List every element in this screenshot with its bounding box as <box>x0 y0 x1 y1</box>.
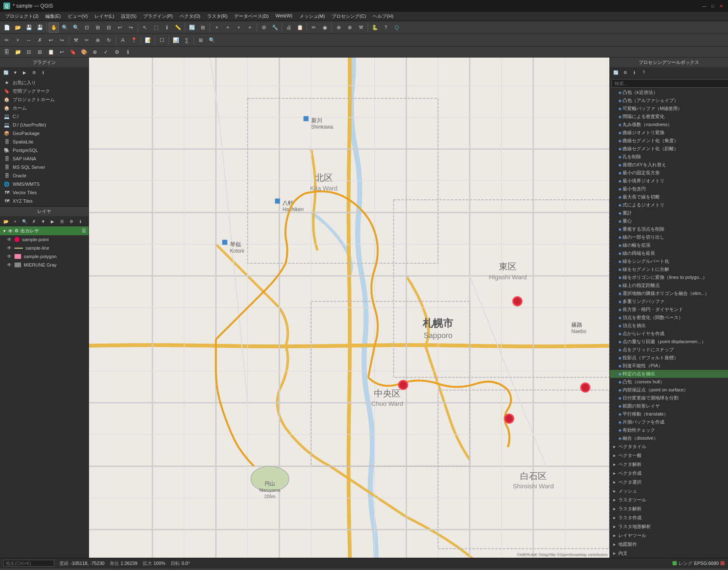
new-vector-btn[interactable]: + <box>212 22 222 33</box>
layer-filter-btn[interactable]: 🔍 <box>20 217 29 226</box>
merge-btn[interactable]: ⊕ <box>93 35 103 45</box>
menu-item-----v-[interactable]: ビュー(V) <box>64 12 91 20</box>
open-btn[interactable]: 📂 <box>13 22 23 33</box>
statusbar-search[interactable] <box>3 560 54 567</box>
data-source-btn[interactable]: 🗄 <box>2 47 12 57</box>
tool-item-------point-on-surface-[interactable]: ◈内部保証点（point on surface） <box>610 386 728 394</box>
plugin-item-sap-hana[interactable]: 🗄SAP HANA <box>0 154 89 163</box>
log-btn[interactable]: 📋 <box>46 47 56 57</box>
snap-btn[interactable]: ⊕ <box>334 22 344 33</box>
tool-item----------[interactable]: ◈重複する頂点を削除 <box>610 225 728 233</box>
plugin-item-xyz-tiles[interactable]: 🗺XYZ Tiles <box>0 197 89 205</box>
atlas-btn[interactable]: 📋 <box>295 22 305 33</box>
tool-item------[interactable]: ◈頂点を抽出 <box>610 322 728 330</box>
node-btn[interactable]: ◉ <box>320 22 330 33</box>
layer-item-sample-polygon[interactable]: 👁sample-polygon <box>0 252 89 261</box>
settings-btn[interactable]: 🔧 <box>270 22 280 33</box>
menu-item-----h-[interactable]: ヘルプ(H) <box>369 12 396 20</box>
menu-item--------d-[interactable]: データベース(D) <box>231 12 272 20</box>
layer-add-btn[interactable]: + <box>11 217 19 226</box>
tool-item-----------lines-to-polygo----[interactable]: ◈線をポリゴンに変換（lines to polygo...） <box>610 273 728 281</box>
tool-item----------[interactable]: ◈線の一部を切り出し <box>610 233 728 241</box>
move-btn[interactable]: ↔ <box>24 35 34 45</box>
new-project-btn[interactable]: 📄 <box>2 22 12 33</box>
style-btn[interactable]: 🎨 <box>79 47 89 57</box>
tool-item----convex-hull-[interactable]: ◈凸包（convex hull） <box>610 378 728 386</box>
menu-item-web-w-[interactable]: Web(W) <box>272 12 296 20</box>
zoom-out-btn[interactable]: 🔍 <box>71 22 81 33</box>
menu-item-------p-[interactable]: プラグイン(P) <box>140 12 176 20</box>
menu-item-----o-[interactable]: ベクタ(O) <box>176 12 204 20</box>
layer-settings-btn[interactable]: ⚙ <box>67 217 75 226</box>
label-btn[interactable]: A <box>118 35 128 45</box>
deselect-all-btn[interactable]: ☐ <box>157 35 167 45</box>
tool-item------[interactable]: ◈最小包含円 <box>610 185 728 193</box>
tool-category------[interactable]: ►ベクタ作成 <box>610 469 728 478</box>
toolbox-help-btn[interactable]: ? <box>639 68 648 77</box>
tool-item----------[interactable]: ◈多重リングバッファ <box>610 297 728 306</box>
tool-item---------[interactable]: ◈線上の指定距離点 <box>610 281 728 289</box>
tool-item--------------[interactable]: ◈頂点を密度化（関数ベース） <box>610 314 728 322</box>
tool-item----------[interactable]: ◈点からレイヤを作成 <box>610 330 728 338</box>
new-spatial-btn[interactable]: + <box>223 22 233 33</box>
titlebar-controls[interactable]: — □ ✕ <box>701 3 725 9</box>
tool-item----xy-----[interactable]: ◈座標のXYを入れ替え <box>610 161 728 169</box>
tool-item-----------[interactable]: ◈線をセグメントに分解 <box>610 265 728 273</box>
adv-digitize-btn[interactable]: ⚒ <box>356 22 366 33</box>
identify-btn[interactable]: ℹ <box>162 22 172 33</box>
tool-item---------m----[interactable]: ◈可変幅バッファ（M値使用） <box>610 105 728 113</box>
plugin-expand-btn[interactable]: ▶ <box>20 68 29 77</box>
undo-btn[interactable]: ↩ <box>46 35 56 45</box>
layer-menu-btn[interactable]: ☰ <box>58 217 66 226</box>
tool-item-----[interactable]: ◈孔を削除 <box>610 153 728 161</box>
layer-visibility-icon[interactable]: 👁 <box>7 253 12 259</box>
plugin-item-oracle[interactable]: 🗄Oracle <box>0 171 89 180</box>
zoom-selection-btn[interactable]: ⊟ <box>104 22 114 33</box>
pan-back-btn[interactable]: ↪ <box>126 22 136 33</box>
tool-item------translate-[interactable]: ◈平行移動（translate） <box>610 410 728 418</box>
tool-item-------------[interactable]: ◈曲線セグメント化（角度） <box>610 137 728 145</box>
menu-item------m-[interactable]: メッシュ(M) <box>296 12 329 20</box>
layer-group-menu[interactable]: ☰ <box>82 228 86 234</box>
maximize-button[interactable]: □ <box>709 3 716 9</box>
tool-category-----[interactable]: ►メッシュ <box>610 487 728 496</box>
edit-feature-btn[interactable]: ✏ <box>2 35 12 45</box>
tool-category-------[interactable]: ►ラスタツール <box>610 496 728 504</box>
tool-item----k----[interactable]: ◈凸包（k近傍法） <box>610 88 728 96</box>
tool-category------[interactable]: ►ベクタ一般 <box>610 451 728 460</box>
qgis-btn[interactable]: Q <box>392 22 402 33</box>
delete-feature-btn[interactable]: ✗ <box>35 35 45 45</box>
plugin-item-d----userprofile-[interactable]: 💻D:/ (UserProfile) <box>0 121 89 129</box>
plugin-item-vector-tiles[interactable]: 🗺Vector Tiles <box>0 188 89 197</box>
plugin-settings-btn[interactable]: ⚙ <box>30 68 38 77</box>
plugin-item---------[interactable]: 🔖空間ブックマーク <box>0 87 89 95</box>
tool-item----------[interactable]: ◈最小境界ジオメトリ <box>610 177 728 185</box>
layer-visibility-icon[interactable]: 👁 <box>7 237 12 242</box>
menu-item-----r-[interactable]: ラスタ(R) <box>204 12 231 20</box>
tool-item---------[interactable]: ◈範囲の矩形レイヤ <box>610 402 728 410</box>
digitize-btn[interactable]: ✏ <box>309 22 319 33</box>
tool-item---[interactable]: ◈重心 <box>610 217 728 225</box>
plugin-item------[interactable]: ★お気に入り <box>0 78 89 87</box>
measure-btn[interactable]: 📏 <box>173 22 183 33</box>
processing-btn[interactable]: ⚙ <box>259 22 269 33</box>
spatial-bookmark-btn[interactable]: 🔖 <box>68 47 78 57</box>
layer-manager-btn[interactable]: ⊞ <box>198 22 208 33</box>
plugin-item-ms-sql-server[interactable]: 🗄MS SQL Server <box>0 163 89 171</box>
tool-item-------pia-[interactable]: ◈到達不能性（PIA） <box>610 362 728 370</box>
print-btn[interactable]: 🖨 <box>284 22 294 33</box>
tool-category------[interactable]: ►ラスタ解析 <box>610 504 728 513</box>
select-rect-btn[interactable]: ⬚ <box>151 22 161 33</box>
annotation-btn[interactable]: 📝 <box>143 35 153 45</box>
menubar-items[interactable]: プロジェクト(J)編集(E)ビュー(V)レイヤ(L)設定(S)プラグイン(P)ベ… <box>2 12 397 20</box>
menu-item--------c-[interactable]: プロセシング(C) <box>328 12 369 20</box>
plugin-item----[interactable]: 🏠ホーム <box>0 104 89 112</box>
plugin-item-geopackage[interactable]: 📦GeoPackage <box>0 129 89 138</box>
topology-check-btn[interactable]: ✓ <box>101 47 111 57</box>
plugin-info-btn[interactable]: ℹ <box>39 68 47 77</box>
epsg-field[interactable]: レング EPSG:6680 <box>673 560 725 567</box>
zoom-full-btn[interactable]: ⊡ <box>82 22 92 33</box>
tool-category------[interactable]: ►ラスタ作成 <box>610 513 728 522</box>
filter-btn[interactable]: ⊞ <box>196 35 206 45</box>
tool-item--------------[interactable]: ◈長方形・楕円・ダイヤモンド <box>610 306 728 314</box>
